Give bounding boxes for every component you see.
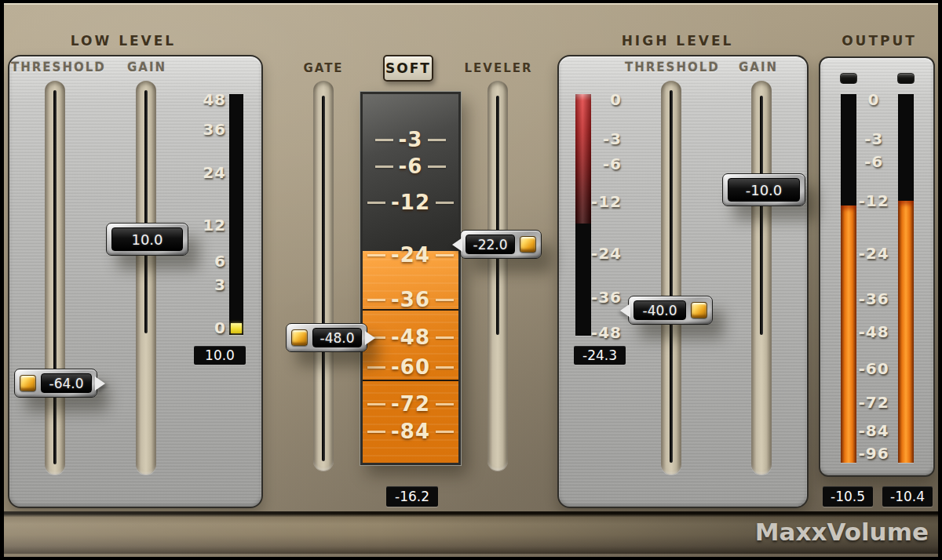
- gate-led[interactable]: [291, 329, 308, 346]
- leveler-led[interactable]: [520, 236, 536, 253]
- output-title: OUTPUT: [809, 33, 942, 49]
- high-threshold-label: THRESHOLD: [625, 60, 719, 75]
- high-gain-value[interactable]: -10.0: [728, 178, 800, 202]
- output-meter-right-fill: [898, 201, 914, 463]
- maxxvolume-plugin-window: LOW LEVEL HIGH LEVEL OUTPUT THRESHOLD GA…: [0, 0, 942, 560]
- output-clip-led-left[interactable]: [840, 73, 857, 84]
- energy-meter-readout: -16.2: [386, 486, 438, 507]
- low-level-meter: [229, 94, 243, 335]
- high-threshold-value[interactable]: -40.0: [633, 300, 686, 320]
- leveler-slider-shaft: [496, 96, 499, 335]
- output-left-readout: -10.5: [823, 486, 873, 507]
- handle-arrow-icon: [95, 376, 105, 391]
- high-gain-handle[interactable]: -10.0: [722, 173, 805, 206]
- low-threshold-value[interactable]: -64.0: [41, 373, 92, 393]
- output-meter-left: [841, 94, 856, 463]
- handle-arrow-icon: [452, 238, 462, 252]
- plugin-logo: MaxxVolume: [755, 518, 929, 546]
- output-panel: [819, 56, 935, 477]
- leveler-label: LEVELER: [459, 61, 538, 75]
- energy-meter-screen: [363, 94, 458, 463]
- low-threshold-label: THRESHOLD: [11, 60, 105, 75]
- output-right-readout: -10.4: [882, 486, 933, 507]
- low-threshold-handle[interactable]: -64.0: [14, 369, 97, 398]
- high-meter-readout: -24.3: [574, 346, 626, 365]
- energy-meter-orange-fill: [363, 251, 458, 463]
- bottom-bar: MaxxVolume: [4, 511, 938, 554]
- high-threshold-handle[interactable]: -40.0: [628, 296, 713, 325]
- output-meter-right: [898, 94, 914, 463]
- handle-arrow-icon: [620, 304, 630, 318]
- soft-mode-button[interactable]: SOFT: [383, 55, 433, 82]
- leveler-handle[interactable]: -22.0: [460, 230, 542, 259]
- low-threshold-slider-shaft: [53, 90, 57, 464]
- low-gain-value[interactable]: 10.0: [111, 227, 183, 251]
- high-gain-label: GAIN: [719, 60, 798, 75]
- low-level-title: LOW LEVEL: [37, 33, 210, 49]
- high-level-title: HIGH LEVEL: [591, 33, 764, 49]
- low-gain-handle[interactable]: 10.0: [106, 223, 188, 256]
- energy-meter-high-threshold-marker: [363, 380, 458, 381]
- high-level-meter-red-bar: [575, 94, 591, 224]
- gate-label: GATE: [284, 61, 363, 75]
- high-threshold-slider-shaft: [670, 90, 673, 463]
- energy-meter: [360, 92, 461, 465]
- low-meter-readout: 10.0: [194, 346, 246, 365]
- gate-value[interactable]: -48.0: [312, 328, 362, 347]
- energy-meter-low-threshold-marker: [363, 309, 458, 311]
- output-meter-left-fill: [841, 205, 856, 463]
- high-level-gain-reduction-meter: [575, 94, 591, 336]
- low-threshold-led[interactable]: [20, 375, 36, 391]
- high-gain-slider-shaft: [760, 96, 763, 335]
- low-gain-slider-shaft: [144, 90, 148, 333]
- low-gain-label: GAIN: [108, 60, 186, 75]
- gate-slider-shaft: [322, 96, 325, 461]
- leveler-value[interactable]: -22.0: [466, 235, 515, 254]
- high-threshold-led[interactable]: [691, 302, 707, 318]
- handle-arrow-icon: [365, 331, 375, 345]
- output-clip-led-right[interactable]: [897, 73, 915, 84]
- low-level-meter-indicator: [231, 323, 242, 333]
- gate-handle[interactable]: -48.0: [286, 323, 367, 352]
